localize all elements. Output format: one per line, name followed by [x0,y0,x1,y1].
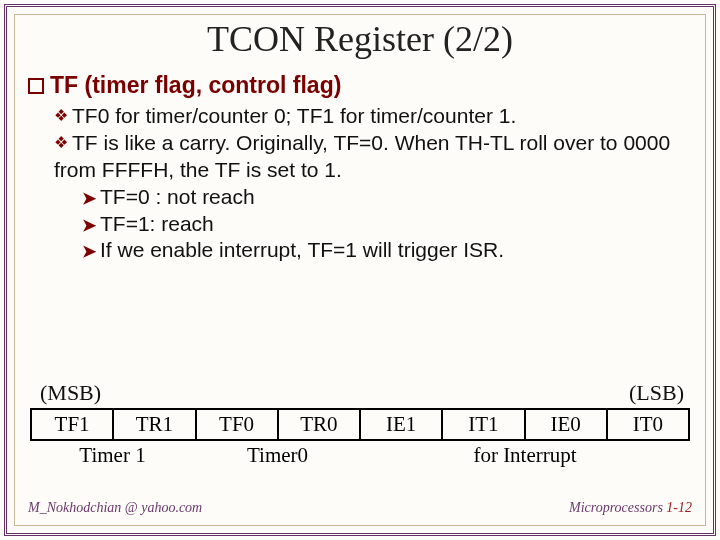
text-sub3: If we enable interrupt, TF=1 will trigge… [100,238,504,261]
msb-label: (MSB) [40,380,101,406]
bit-tr1: TR1 [112,408,194,441]
slide-content: TCON Register (2/2) TF (timer flag, cont… [22,18,698,520]
text-sub2: TF=1: reach [100,212,214,235]
section-heading-tf: TF (timer flag, control flag) [28,72,698,99]
bit-tf1: TF1 [30,408,112,441]
bit-it1: IT1 [441,408,523,441]
arrow-bullet-icon: ➤ [82,215,96,237]
sub-item-tf1: ➤TF=1: reach [82,211,698,238]
footer-author: M_Nokhodchian @ yahoo.com [28,500,202,516]
register-group-labels: Timer 1 Timer0 for Interrupt [30,443,690,468]
group-timer1: Timer 1 [30,443,195,468]
heading-tf-bold: TF [50,72,78,98]
register-bit-row: TF1 TR1 TF0 TR0 IE1 IT1 IE0 IT0 [30,408,690,441]
arrow-bullet-icon: ➤ [82,241,96,263]
register-diagram: (MSB) (LSB) TF1 TR1 TF0 TR0 IE1 IT1 IE0 … [30,380,690,468]
slide-footer: M_Nokhodchian @ yahoo.com Microprocessor… [28,500,692,516]
group-interrupt: for Interrupt [360,443,690,468]
bit-it0: IT0 [606,408,690,441]
sub-item-isr: ➤If we enable interrupt, TF=1 will trigg… [82,237,698,264]
diamond-bullet-icon: ❖ [54,133,68,153]
group-timer0: Timer0 [195,443,360,468]
msb-lsb-row: (MSB) (LSB) [30,380,690,408]
bit-ie0: IE0 [524,408,606,441]
square-bullet-icon [28,78,44,94]
arrow-bullet-icon: ➤ [82,188,96,210]
text-sub1: TF=0 : not reach [100,185,255,208]
footer-course: Microprocessors [569,500,663,515]
lsb-label: (LSB) [629,380,684,406]
sub-item-tf0: ➤TF=0 : not reach [82,184,698,211]
bullet-item-tf0: ❖TF0 for timer/counter 0; TF1 for timer/… [54,103,694,130]
slide-title: TCON Register (2/2) [22,18,698,60]
text-tf-carry: TF is like a carry. Originally, TF=0. Wh… [54,131,670,181]
heading-tf-rest: (timer flag, control flag) [85,72,342,98]
bullet-item-tf-carry: ❖TF is like a carry. Originally, TF=0. W… [54,130,694,184]
bit-tr0: TR0 [277,408,359,441]
bit-ie1: IE1 [359,408,441,441]
footer-page-number: 1-12 [666,500,692,515]
text-tf0: TF0 for timer/counter 0; TF1 for timer/c… [72,104,516,127]
bit-tf0: TF0 [195,408,277,441]
footer-right: Microprocessors 1-12 [569,500,692,516]
diamond-bullet-icon: ❖ [54,106,68,126]
